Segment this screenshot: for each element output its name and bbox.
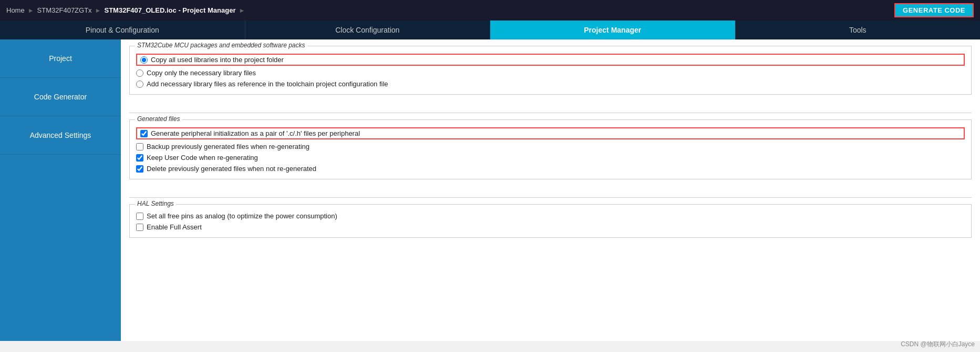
breadcrumb-home[interactable]: Home <box>6 6 25 14</box>
checkbox-full-assert[interactable]: Enable Full Assert <box>136 223 965 231</box>
content-area: STM32Cube MCU packages and embedded soft… <box>121 39 980 341</box>
radio-copy-all-highlight[interactable]: Copy all used libraries into the project… <box>136 54 965 66</box>
divider-2 <box>129 197 972 198</box>
radio-copy-all-label: Copy all used libraries into the project… <box>151 56 284 64</box>
tab-tools[interactable]: Tools <box>736 21 981 39</box>
breadcrumb-chip[interactable]: STM32F407ZGTx <box>37 6 92 14</box>
checkbox-backup-label: Backup previously generated files when r… <box>147 143 310 150</box>
tab-pinout[interactable]: Pinout & Configuration <box>0 21 245 39</box>
generated-files-section: Generated files Generate peripheral init… <box>129 119 972 179</box>
checkbox-free-pins-input[interactable] <box>136 213 143 220</box>
checkbox-backup-input[interactable] <box>136 143 143 150</box>
breadcrumb-sep-2: ► <box>95 7 101 14</box>
breadcrumb-sep-1: ► <box>28 7 34 14</box>
stm32-packages-radio-group: Copy all used libraries into the project… <box>136 54 965 88</box>
checkbox-free-pins-label: Set all free pins as analog (to optimize… <box>147 212 337 220</box>
stm32-packages-section: STM32Cube MCU packages and embedded soft… <box>129 46 972 95</box>
generate-code-button[interactable]: GENERATE CODE <box>894 3 974 17</box>
breadcrumb-current: STM32F407_OLED.ioc - Project Manager <box>105 6 236 14</box>
checkbox-delete-previous-label: Delete previously generated files when n… <box>147 165 316 173</box>
radio-add-reference-label: Add necessary library files as reference… <box>147 80 388 88</box>
generated-files-checkbox-group: Generate peripheral initialization as a … <box>136 127 965 173</box>
sidebar: Project Code Generator Advanced Settings <box>0 39 121 341</box>
sidebar-item-advanced-settings[interactable]: Advanced Settings <box>0 116 121 155</box>
main-layout: Project Code Generator Advanced Settings… <box>0 39 980 341</box>
checkbox-peripheral-highlight[interactable]: Generate peripheral initialization as a … <box>136 127 965 139</box>
hal-settings-section: HAL Settings Set all free pins as analog… <box>129 204 972 238</box>
checkbox-peripheral-label: Generate peripheral initialization as a … <box>151 129 360 137</box>
checkbox-delete-previous[interactable]: Delete previously generated files when n… <box>136 165 965 173</box>
checkbox-full-assert-input[interactable] <box>136 224 143 231</box>
radio-copy-necessary-input[interactable] <box>136 69 143 77</box>
radio-copy-necessary[interactable]: Copy only the necessary library files <box>136 69 965 77</box>
radio-copy-all[interactable] <box>140 56 148 64</box>
hal-settings-checkbox-group: Set all free pins as analog (to optimize… <box>136 212 965 231</box>
radio-copy-necessary-label: Copy only the necessary library files <box>147 69 256 77</box>
tab-bar: Pinout & Configuration Clock Configurati… <box>0 21 980 39</box>
checkbox-keep-user-code-input[interactable] <box>136 154 143 162</box>
tab-project-manager[interactable]: Project Manager <box>490 21 736 39</box>
checkbox-keep-user-code-label: Keep User Code when re-generating <box>147 154 258 162</box>
checkbox-keep-user-code[interactable]: Keep User Code when re-generating <box>136 154 965 162</box>
checkbox-backup[interactable]: Backup previously generated files when r… <box>136 143 965 150</box>
breadcrumb-sep-3: ► <box>239 7 245 14</box>
watermark: CSDN @物联网小白Jayce <box>901 340 975 341</box>
generated-files-legend: Generated files <box>135 115 182 123</box>
checkbox-peripheral[interactable] <box>140 130 148 137</box>
checkbox-delete-previous-input[interactable] <box>136 165 143 173</box>
sidebar-item-code-generator[interactable]: Code Generator <box>0 78 121 116</box>
radio-add-reference-input[interactable] <box>136 81 143 88</box>
stm32-packages-legend: STM32Cube MCU packages and embedded soft… <box>135 42 307 49</box>
sidebar-item-project[interactable]: Project <box>0 39 121 78</box>
radio-add-reference[interactable]: Add necessary library files as reference… <box>136 80 965 88</box>
breadcrumb-bar: Home ► STM32F407ZGTx ► STM32F407_OLED.io… <box>0 0 980 21</box>
divider-1 <box>129 113 972 113</box>
checkbox-free-pins[interactable]: Set all free pins as analog (to optimize… <box>136 212 965 220</box>
hal-settings-legend: HAL Settings <box>135 200 176 207</box>
checkbox-full-assert-label: Enable Full Assert <box>147 223 202 231</box>
tab-clock[interactable]: Clock Configuration <box>245 21 491 39</box>
